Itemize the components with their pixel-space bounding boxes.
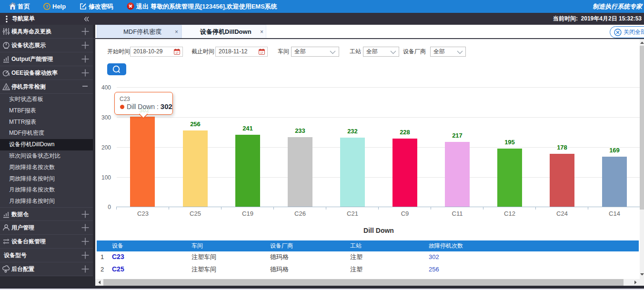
svg-text:?: ? <box>46 4 49 9</box>
svg-text:17: 17 <box>260 51 263 54</box>
svg-text:17: 17 <box>175 51 178 54</box>
